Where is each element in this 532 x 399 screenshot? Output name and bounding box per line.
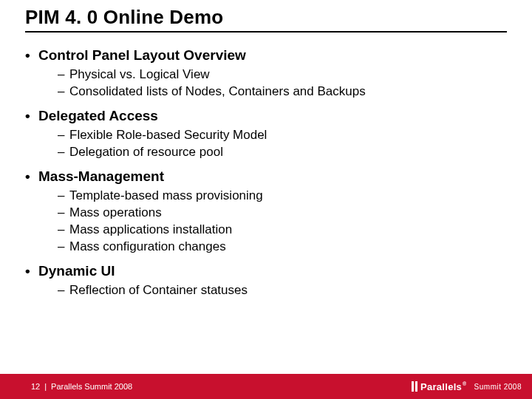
trademark-icon: ® xyxy=(463,381,466,386)
list-item: –Mass configuration changes xyxy=(58,239,507,256)
dash-icon: – xyxy=(58,83,69,100)
slide: PIM 4. 0 Online Demo •Control Panel Layo… xyxy=(0,0,532,399)
item-text: Consolidated lists of Nodes, Containers … xyxy=(69,84,366,98)
bullet-icon: • xyxy=(25,47,38,64)
summit-text: Summit 2008 xyxy=(474,383,522,391)
list-item: –Mass operations xyxy=(58,205,507,222)
footer-right: Parallels® Summit 2008 xyxy=(412,381,522,392)
list-item: –Mass applications installation xyxy=(58,222,507,239)
dash-icon: – xyxy=(58,144,69,161)
list-item: –Template-based mass provisioning xyxy=(58,188,507,205)
slide-content: •Control Panel Layout Overview –Physical… xyxy=(25,40,507,299)
item-text: Physical vs. Logical View xyxy=(69,67,210,81)
dash-icon: – xyxy=(58,66,69,83)
heading-text: Control Panel Layout Overview xyxy=(38,47,246,63)
bullet-icon: • xyxy=(25,108,38,124)
section-heading: •Control Panel Layout Overview xyxy=(25,47,507,64)
list-item: –Physical vs. Logical View xyxy=(58,66,507,83)
list-item: –Delegation of resource pool xyxy=(58,144,507,161)
separator-icon: | xyxy=(44,382,47,391)
footer-bar: 12 | Parallels Summit 2008 Parallels® Su… xyxy=(0,374,532,399)
list-item: –Reflection of Container statuses xyxy=(58,282,507,299)
footer-left: 12 | Parallels Summit 2008 xyxy=(0,374,132,399)
item-text: Delegation of resource pool xyxy=(69,145,223,159)
footer-accent xyxy=(0,374,25,399)
heading-text: Delegated Access xyxy=(38,108,158,123)
item-text: Mass configuration changes xyxy=(69,239,226,253)
bullet-icon: • xyxy=(25,168,38,185)
section-heading: •Dynamic UI xyxy=(25,263,507,279)
parallels-bars-icon xyxy=(412,381,417,392)
heading-text: Mass-Management xyxy=(38,168,164,184)
footer-text: 12 | Parallels Summit 2008 xyxy=(31,382,132,391)
item-text: Mass applications installation xyxy=(69,222,232,236)
page-number: 12 xyxy=(31,382,40,391)
dash-icon: – xyxy=(58,282,69,299)
dash-icon: – xyxy=(58,205,69,222)
event-name: Parallels Summit 2008 xyxy=(51,382,132,391)
slide-title: PIM 4. 0 Online Demo xyxy=(25,6,223,29)
item-text: Mass operations xyxy=(69,205,162,219)
dash-icon: – xyxy=(58,188,69,205)
dash-icon: – xyxy=(58,239,69,256)
section-heading: •Delegated Access xyxy=(25,108,507,124)
dash-icon: – xyxy=(58,222,69,239)
item-text: Reflection of Container statuses xyxy=(69,283,248,297)
list-item: –Flexible Role-based Security Model xyxy=(58,127,507,144)
parallels-logo: Parallels® xyxy=(412,381,467,392)
item-text: Flexible Role-based Security Model xyxy=(69,128,267,142)
title-underline xyxy=(25,31,507,33)
brand-text: Parallels® xyxy=(420,381,467,392)
heading-text: Dynamic UI xyxy=(38,263,115,279)
bullet-icon: • xyxy=(25,263,38,279)
list-item: –Consolidated lists of Nodes, Containers… xyxy=(58,83,507,100)
section-heading: •Mass-Management xyxy=(25,168,507,185)
item-text: Template-based mass provisioning xyxy=(69,188,263,202)
dash-icon: – xyxy=(58,127,69,144)
